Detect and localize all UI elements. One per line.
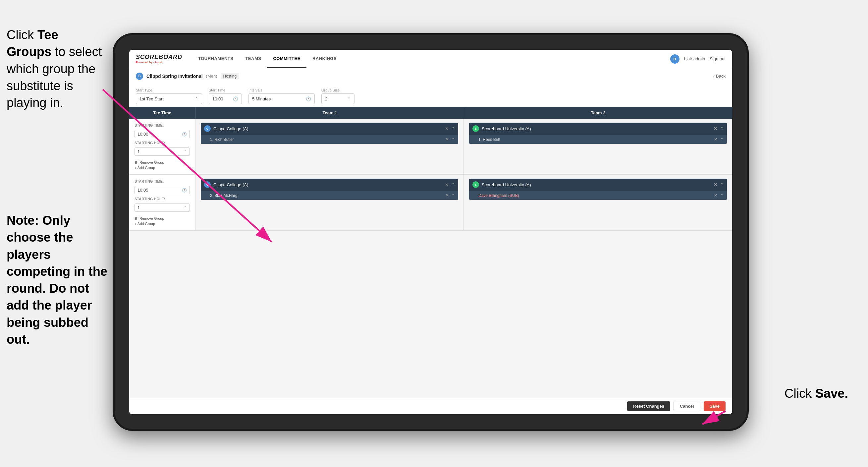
player-remove-1-t1[interactable]: ✕ <box>445 193 449 198</box>
team2-name-1: Scoreboard University (A) <box>482 182 711 187</box>
start-time-input[interactable]: 10:00 🕐 <box>209 93 242 104</box>
logo-subtext: Powered by clippd <box>136 61 182 64</box>
reset-button[interactable]: Reset Changes <box>627 401 670 411</box>
content-area: STARTING TIME: 10:00 🕐 STARTING HOLE: 1 … <box>129 119 732 398</box>
starting-time-label-1: STARTING TIME: <box>134 179 190 183</box>
team1-arrow-0[interactable]: ⌃ <box>452 126 455 131</box>
annotation-intro: Click Tee Groups to select which group t… <box>0 20 109 118</box>
player-row-0-t1: 1. Rich Butler ✕ ⌃ <box>201 135 458 144</box>
tablet-screen: SCOREBOARD Powered by clippd TOURNAMENTS… <box>129 50 732 414</box>
team1-header-0: C Clippd College (A) ✕ ⌃ <box>201 123 458 135</box>
sub-badge: B <box>136 72 143 80</box>
team1-arrow-1[interactable]: ⌃ <box>452 182 455 187</box>
navbar: SCOREBOARD Powered by clippd TOURNAMENTS… <box>129 50 732 68</box>
nav-rankings[interactable]: RANKINGS <box>306 50 343 68</box>
hosting-badge: Hosting <box>221 73 240 79</box>
cancel-button[interactable]: Cancel <box>674 401 700 411</box>
start-type-field: Start Type 1st Tee Start ⌃ <box>136 88 202 104</box>
save-button[interactable]: Save <box>704 401 725 411</box>
table-row: STARTING TIME: 10:00 🕐 STARTING HOLE: 1 … <box>129 119 732 175</box>
team2-remove-0[interactable]: ✕ <box>714 126 718 131</box>
user-label: blair admin <box>684 56 705 61</box>
nav-committee[interactable]: COMMITTEE <box>267 50 306 68</box>
back-button[interactable]: ‹ Back <box>713 74 725 79</box>
add-group-button-0[interactable]: + Add Group <box>134 166 190 170</box>
starting-hole-input-0[interactable]: 1 ⌃ <box>134 147 190 156</box>
player-name-1-t2: Dave Billingham (SUB) <box>478 193 714 198</box>
team1-col-0: C Clippd College (A) ✕ ⌃ 1. Rich Butler … <box>195 119 464 174</box>
tee-time-col-0: STARTING TIME: 10:00 🕐 STARTING HOLE: 1 … <box>129 119 195 174</box>
intervals-label: Intervals <box>248 88 315 92</box>
sub-header: B Clippd Spring Invitational (Men) Hosti… <box>129 68 732 84</box>
player-controls-1-t2: ✕ ⌃ <box>714 193 723 198</box>
start-type-chevron: ⌃ <box>195 96 198 101</box>
player-remove-0-t2[interactable]: ✕ <box>714 137 718 142</box>
team2-col-0: S Scoreboard University (A) ✕ ⌃ 1. Rees … <box>464 119 732 174</box>
starting-time-input-0[interactable]: 10:00 🕐 <box>134 130 190 138</box>
team2-arrow-1[interactable]: ⌃ <box>720 182 723 187</box>
starting-hole-input-1[interactable]: 1 ⌃ <box>134 204 190 212</box>
player-controls-1-t1: ✕ ⌃ <box>445 193 455 198</box>
player-row-1-t2: Dave Billingham (SUB) ✕ ⌃ <box>469 191 727 200</box>
starting-time-input-1[interactable]: 10:05 🕐 <box>134 186 190 194</box>
team2-card-1: S Scoreboard University (A) ✕ ⌃ Dave Bil… <box>469 179 727 200</box>
table-header: Tee Time Team 1 Team 2 <box>129 107 732 119</box>
event-name: Clippd Spring Invitational <box>147 74 203 79</box>
annotation-save: Click Save. <box>784 386 848 401</box>
trash-icon-1: 🗑 <box>134 216 138 221</box>
tee-time-col-1: STARTING TIME: 10:05 🕐 STARTING HOLE: 1 … <box>129 175 195 230</box>
intervals-input[interactable]: 5 Minutes 🕐 <box>248 93 315 104</box>
team1-remove-1[interactable]: ✕ <box>445 182 449 187</box>
nav-teams[interactable]: TEAMS <box>239 50 267 68</box>
team1-card-0: C Clippd College (A) ✕ ⌃ 1. Rich Butler … <box>201 123 458 144</box>
player-remove-1-t2[interactable]: ✕ <box>714 193 718 198</box>
player-name-0-t2: 1. Rees Britt <box>478 137 714 142</box>
group-size-input[interactable]: 2 ⌃ <box>321 93 354 104</box>
player-arrow-1-t2[interactable]: ⌃ <box>720 193 723 198</box>
team1-header-1: C Clippd College (A) ✕ ⌃ <box>201 179 458 191</box>
start-time-label: Start Time <box>209 88 242 92</box>
page-footer: Reset Changes Cancel Save <box>129 398 732 414</box>
team2-remove-1[interactable]: ✕ <box>714 182 718 187</box>
team2-logo-0: S <box>472 125 479 132</box>
table-row: STARTING TIME: 10:05 🕐 STARTING HOLE: 1 … <box>129 175 732 231</box>
team2-header-0: S Scoreboard University (A) ✕ ⌃ <box>469 123 727 135</box>
team2-arrow-0[interactable]: ⌃ <box>720 126 723 131</box>
team1-controls-1: ✕ ⌃ <box>445 182 455 187</box>
group-size-chevron: ⌃ <box>347 96 351 101</box>
tablet-device: SCOREBOARD Powered by clippd TOURNAMENTS… <box>113 33 749 431</box>
team2-card-0: S Scoreboard University (A) ✕ ⌃ 1. Rees … <box>469 123 727 144</box>
player-arrow-0-t2[interactable]: ⌃ <box>720 137 723 142</box>
team2-controls-1: ✕ ⌃ <box>714 182 723 187</box>
gender-label: (Men) <box>206 74 217 79</box>
player-arrow-1-t1[interactable]: ⌃ <box>452 193 455 198</box>
remove-group-button-1[interactable]: 🗑 Remove Group <box>134 216 190 221</box>
player-controls-0-t1: ✕ ⌃ <box>445 137 455 142</box>
player-arrow-0-t1[interactable]: ⌃ <box>452 137 455 142</box>
team2-controls-0: ✕ ⌃ <box>714 126 723 131</box>
add-group-button-1[interactable]: + Add Group <box>134 222 190 226</box>
intervals-field: Intervals 5 Minutes 🕐 <box>248 88 315 104</box>
nav-tournaments[interactable]: TOURNAMENTS <box>192 50 239 68</box>
trash-icon-0: 🗑 <box>134 160 138 165</box>
hole-arrows-1: ⌃ <box>184 205 187 210</box>
settings-row: Start Type 1st Tee Start ⌃ Start Time 10… <box>136 88 725 104</box>
team1-col-1: C Clippd College (A) ✕ ⌃ 2. Blair McHarg… <box>195 175 464 230</box>
team1-remove-0[interactable]: ✕ <box>445 126 449 131</box>
start-time-field: Start Time 10:00 🕐 <box>209 88 242 104</box>
team2-name-0: Scoreboard University (A) <box>482 126 711 131</box>
starting-time-label-0: STARTING TIME: <box>134 123 190 127</box>
annotation-note: Note: Only choose the players competing … <box>0 205 119 355</box>
team1-logo-0: C <box>204 125 211 132</box>
nav-right: B blair admin Sign out <box>670 54 725 64</box>
player-remove-0-t1[interactable]: ✕ <box>445 137 449 142</box>
tee-time-header: Tee Time <box>129 107 195 119</box>
team1-logo-1: C <box>204 181 211 188</box>
remove-group-button-0[interactable]: 🗑 Remove Group <box>134 160 190 165</box>
start-type-input[interactable]: 1st Tee Start ⌃ <box>136 93 202 104</box>
sign-out-link[interactable]: Sign out <box>710 56 725 61</box>
starting-hole-label-0: STARTING HOLE: <box>134 141 190 145</box>
player-name-0-t1: 1. Rich Butler <box>210 137 445 142</box>
player-controls-0-t2: ✕ ⌃ <box>714 137 723 142</box>
player-row-1-t1: 2. Blair McHarg ✕ ⌃ <box>201 191 458 200</box>
